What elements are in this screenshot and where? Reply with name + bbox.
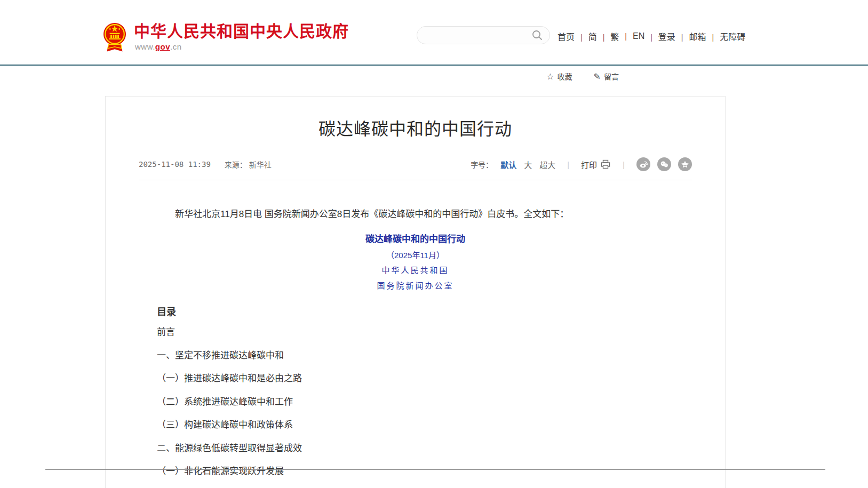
toc-item: 二、能源绿色低碳转型取得显著成效	[157, 437, 674, 460]
document-heading-block: 碳达峰碳中和的中国行动 （2025年11月） 中华人民共和国 国务院新闻办公室	[157, 231, 674, 294]
meta-left: 2025-11-08 11:39 来源： 新华社	[139, 159, 272, 170]
document-org-line2: 国务院新闻办公室	[157, 278, 674, 294]
toc-item: （二）系统推进碳达峰碳中和工作	[157, 390, 674, 414]
brand-text: 中华人民共和国中央人民政府 www.gov.cn	[134, 21, 349, 51]
wechat-share-button[interactable]	[657, 157, 671, 171]
source-label: 来源：	[225, 161, 247, 169]
national-emblem-icon	[103, 21, 126, 52]
nav-item[interactable]: 登录	[644, 30, 675, 43]
printer-icon	[600, 159, 611, 170]
search-icon[interactable]	[531, 29, 543, 41]
toc-item: （一）推进碳达峰碳中和是必由之路	[157, 367, 674, 390]
nav-item[interactable]: 无障碍	[706, 30, 746, 43]
document-date: （2025年11月）	[157, 247, 674, 263]
article-body: 新华社北京11月8日电 国务院新闻办公室8日发布《碳达峰碳中和的中国行动》白皮书…	[106, 208, 725, 483]
nav-item[interactable]: EN	[619, 31, 644, 41]
source-name[interactable]: 新华社	[249, 161, 272, 169]
divider: |	[567, 160, 569, 169]
qzone-share-button[interactable]	[678, 157, 692, 171]
favorite-button[interactable]: ☆ 收藏	[546, 71, 572, 82]
nav-item[interactable]: 首页	[558, 30, 575, 43]
print-button[interactable]: 打印	[581, 159, 611, 170]
site-url: www.gov.cn	[135, 42, 349, 51]
url-gov: gov	[155, 42, 170, 51]
font-size-label: 字号：	[471, 159, 493, 170]
site-title: 中华人民共和国中央人民政府	[134, 22, 349, 41]
font-size-xlarge-button[interactable]: 超大	[539, 159, 555, 170]
viewport-bottom-divider	[45, 469, 825, 470]
page: 中华人民共和国中央人民政府 www.gov.cn 首页简繁EN登录邮箱无障碍 ☆…	[0, 0, 868, 488]
site-logo[interactable]: 中华人民共和国中央人民政府 www.gov.cn	[103, 21, 349, 52]
meta-right: 字号： 默认 大 超大 | 打印 |	[471, 157, 692, 171]
pencil-icon: ✎	[594, 71, 601, 82]
toc-item: （三）构建碳达峰碳中和政策体系	[157, 413, 674, 437]
search-input[interactable]	[417, 27, 531, 44]
nav-item[interactable]: 繁	[597, 30, 619, 43]
article-title: 碳达峰碳中和的中国行动	[106, 119, 725, 139]
message-button[interactable]: ✎ 留言	[594, 71, 619, 82]
toc-item: 前言	[157, 321, 674, 344]
url-prefix: www.	[135, 42, 155, 51]
print-label: 打印	[581, 159, 597, 170]
site-header: 中华人民共和国中央人民政府 www.gov.cn 首页简繁EN登录邮箱无障碍	[0, 0, 868, 65]
message-label: 留言	[604, 71, 619, 82]
font-size-default-button[interactable]: 默认	[500, 159, 516, 170]
favorite-label: 收藏	[558, 71, 572, 82]
toc-item: 一、坚定不移推进碳达峰碳中和	[157, 344, 674, 367]
document-title: 碳达峰碳中和的中国行动	[157, 231, 674, 247]
search-box[interactable]	[417, 26, 550, 44]
article-container: 碳达峰碳中和的中国行动 2025-11-08 11:39 来源： 新华社 字号：…	[105, 96, 726, 488]
article-meta-row: 2025-11-08 11:39 来源： 新华社 字号： 默认 大 超大 | 打…	[139, 157, 692, 180]
top-nav: 首页简繁EN登录邮箱无障碍	[558, 30, 745, 43]
weibo-share-button[interactable]	[636, 157, 650, 171]
weibo-icon	[639, 159, 648, 169]
toc-heading: 目录	[157, 306, 674, 318]
divider: |	[623, 160, 625, 169]
wechat-icon	[659, 159, 669, 169]
font-size-large-button[interactable]: 大	[524, 159, 532, 170]
source: 来源： 新华社	[225, 159, 272, 170]
document-org-line1: 中华人民共和国	[157, 263, 674, 278]
nav-item[interactable]: 简	[575, 30, 597, 43]
publish-date: 2025-11-08 11:39	[139, 160, 211, 169]
lead-paragraph: 新华社北京11月8日电 国务院新闻办公室8日发布《碳达峰碳中和的中国行动》白皮书…	[157, 208, 674, 221]
toc-list: 前言一、坚定不移推进碳达峰碳中和（一）推进碳达峰碳中和是必由之路（二）系统推进碳…	[157, 321, 674, 483]
qzone-star-icon	[680, 159, 690, 169]
url-suffix: .cn	[170, 42, 182, 51]
star-outline-icon: ☆	[546, 71, 554, 82]
share-group	[636, 157, 692, 171]
toc-item: （一）非化石能源实现跃升发展	[157, 460, 674, 483]
header-divider	[0, 65, 868, 66]
nav-item[interactable]: 邮箱	[675, 30, 706, 43]
quick-toolbar: ☆ 收藏 ✎ 留言	[0, 70, 619, 83]
